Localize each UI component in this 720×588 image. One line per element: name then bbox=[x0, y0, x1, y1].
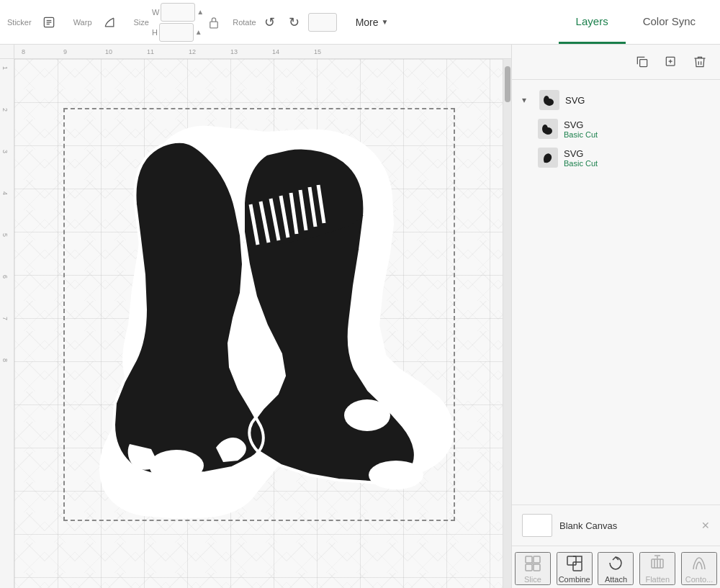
ruler-v-tick-7: 7 bbox=[1, 317, 9, 320]
warp-icon-btn[interactable] bbox=[96, 9, 122, 35]
canvas-area: 8 9 10 11 12 13 14 15 1 2 3 4 5 6 7 8 bbox=[0, 45, 720, 588]
width-input[interactable] bbox=[161, 3, 195, 22]
ruler-tick-12: 12 bbox=[189, 48, 196, 55]
ruler-vertical: 1 2 3 4 5 6 7 8 bbox=[0, 59, 14, 588]
blank-canvas-label: Blank Canvas bbox=[559, 520, 617, 531]
svg-group-thumb-icon bbox=[541, 92, 557, 108]
tab-bar: Layers Color Sync bbox=[559, 0, 713, 44]
layer-group-svg[interactable]: ▾ SVG bbox=[512, 86, 720, 114]
height-input[interactable] bbox=[159, 23, 194, 42]
svg-rect-29 bbox=[567, 556, 576, 565]
sticker-group: Sticker bbox=[7, 9, 62, 35]
tab-layers[interactable]: Layers bbox=[559, 0, 626, 44]
width-stepper-up[interactable]: ▲ bbox=[197, 8, 204, 16]
svg-point-21 bbox=[544, 96, 549, 104]
more-label: More bbox=[356, 17, 379, 28]
selection-outline bbox=[63, 108, 455, 521]
svg-rect-26 bbox=[526, 564, 532, 571]
ruler-v-tick-2: 2 bbox=[1, 108, 9, 112]
svg-group-thumb bbox=[539, 90, 559, 110]
height-label: H bbox=[152, 28, 158, 37]
layers-list: ▾ SVG bbox=[512, 80, 720, 505]
contour-label: Conto... bbox=[685, 575, 714, 584]
ruler-v-tick-5: 5 bbox=[1, 233, 9, 237]
svg-child1-thumb bbox=[538, 119, 558, 139]
combine-label: Combine bbox=[559, 575, 590, 584]
panel-toolbar bbox=[512, 45, 720, 80]
slice-icon bbox=[523, 553, 543, 574]
ruler-v-tick-3: 3 bbox=[1, 150, 9, 153]
attach-btn[interactable]: Attach bbox=[598, 552, 634, 585]
svg-rect-4 bbox=[210, 22, 218, 28]
more-caret-icon: ▼ bbox=[382, 18, 389, 26]
size-inputs: W ▲ H ▲ bbox=[152, 3, 204, 42]
duplicate-layer-btn[interactable] bbox=[631, 50, 654, 73]
ruler-tick-11: 11 bbox=[147, 48, 154, 55]
svg-child2-info: SVG Basic Cut bbox=[564, 148, 710, 168]
duplicate-icon bbox=[635, 55, 649, 69]
svg-child2-thumb bbox=[538, 148, 558, 168]
svg-rect-16 bbox=[640, 60, 647, 67]
combine-icon bbox=[564, 553, 585, 574]
rotate-ccw-btn[interactable]: ↺ bbox=[259, 12, 281, 33]
ruler-tick-13: 13 bbox=[230, 48, 238, 55]
svg-group-title: SVG bbox=[565, 95, 710, 106]
svg-rect-30 bbox=[573, 562, 582, 571]
contour-btn[interactable]: Conto... bbox=[681, 552, 717, 585]
warp-icon bbox=[102, 15, 117, 30]
toolbar: Sticker Warp Size W ▲ H bbox=[0, 0, 720, 45]
size-group: Size W ▲ H ▲ bbox=[134, 3, 222, 42]
ruler-v-tick-8: 8 bbox=[1, 358, 9, 362]
sticker-icon bbox=[42, 15, 56, 30]
ruler-corner bbox=[0, 45, 14, 59]
svg-point-23 bbox=[542, 125, 548, 133]
scrollbar-thumb[interactable] bbox=[505, 66, 510, 102]
delete-layer-btn[interactable] bbox=[688, 50, 711, 73]
flatten-label: Flatten bbox=[645, 575, 670, 584]
right-panel: ▾ SVG bbox=[511, 45, 720, 588]
blank-canvas-close[interactable]: ✕ bbox=[701, 520, 710, 531]
lock-icon[interactable] bbox=[207, 14, 221, 31]
sticker-icon-btn[interactable] bbox=[36, 9, 62, 35]
ruler-tick-10: 10 bbox=[105, 48, 112, 55]
combine-btn[interactable]: Combine bbox=[557, 552, 593, 585]
slice-btn[interactable]: Slice bbox=[515, 552, 551, 585]
expand-icon: ▾ bbox=[522, 95, 534, 105]
rotate-label: Rotate bbox=[233, 18, 256, 27]
flatten-icon bbox=[647, 553, 667, 574]
scrollbar-vertical[interactable] bbox=[503, 59, 511, 588]
svg-child1-sub: Basic Cut bbox=[564, 130, 710, 139]
bottom-action-bar: Slice Combine Attach bbox=[512, 546, 720, 588]
svg-rect-25 bbox=[534, 556, 540, 563]
height-stepper-up[interactable]: ▲ bbox=[195, 28, 202, 36]
main-canvas[interactable]: 8 9 10 11 12 13 14 15 1 2 3 4 5 6 7 8 bbox=[0, 45, 511, 588]
svg-rect-24 bbox=[526, 556, 532, 563]
rotate-group: Rotate ↺ ↻ bbox=[233, 12, 336, 33]
svg-rect-27 bbox=[534, 564, 540, 571]
warp-label: Warp bbox=[73, 18, 92, 27]
layer-child-1[interactable]: SVG Basic Cut bbox=[512, 114, 720, 143]
ruler-tick-14: 14 bbox=[272, 48, 279, 55]
svg-child2-thumb-icon bbox=[540, 150, 556, 166]
blank-canvas-row: Blank Canvas ✕ bbox=[512, 505, 720, 546]
svg-child2-sub: Basic Cut bbox=[564, 159, 710, 168]
blank-canvas-thumb bbox=[522, 514, 552, 537]
ruler-horizontal: 8 9 10 11 12 13 14 15 bbox=[14, 45, 511, 59]
tab-color-sync[interactable]: Color Sync bbox=[626, 0, 713, 44]
rotate-input[interactable] bbox=[308, 13, 337, 32]
rotate-cw-btn[interactable]: ↻ bbox=[284, 12, 305, 33]
add-layer-btn[interactable] bbox=[660, 50, 683, 73]
ruler-v-tick-4: 4 bbox=[1, 191, 9, 195]
svg-group-info: SVG bbox=[565, 95, 710, 106]
width-label: W bbox=[152, 8, 159, 17]
attach-icon bbox=[606, 553, 626, 574]
warp-group: Warp bbox=[73, 9, 122, 35]
svg-child1-info: SVG Basic Cut bbox=[564, 119, 710, 139]
more-button[interactable]: More ▼ bbox=[348, 12, 396, 32]
layer-child-2[interactable]: SVG Basic Cut bbox=[512, 143, 720, 172]
slice-label: Slice bbox=[524, 575, 541, 584]
delete-layer-icon bbox=[693, 55, 707, 69]
ruler-tick-9: 9 bbox=[63, 48, 67, 55]
flatten-btn[interactable]: Flatten bbox=[639, 552, 675, 585]
svg-child1-thumb-icon bbox=[540, 121, 556, 137]
